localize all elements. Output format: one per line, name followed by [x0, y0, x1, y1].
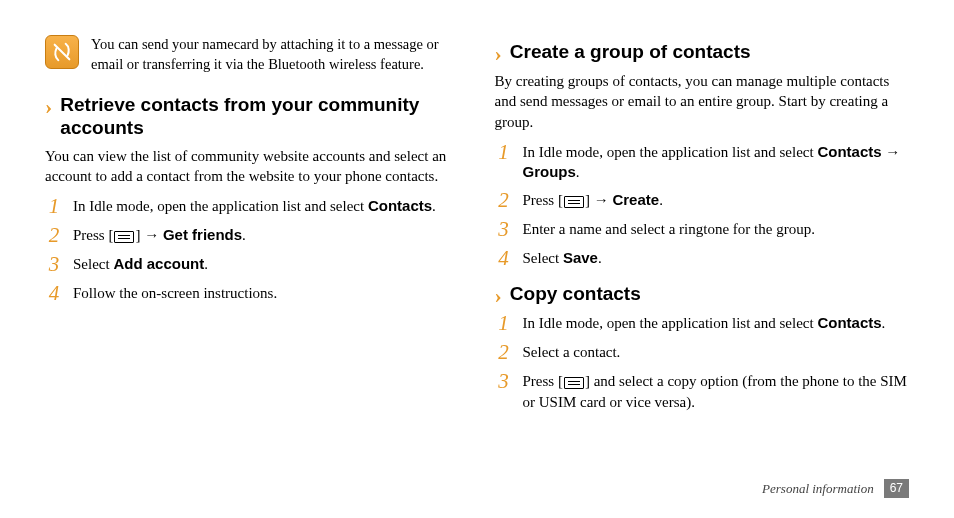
heading-text: Retrieve contacts from your community ac…: [60, 94, 459, 140]
section-desc-create-group: By creating groups of contacts, you can …: [495, 71, 910, 132]
step-item: 3Select Add account.: [45, 254, 460, 275]
step-body: In Idle mode, open the application list …: [73, 196, 436, 216]
footer-page-number: 67: [884, 479, 909, 498]
step-body: Select Add account.: [73, 254, 208, 274]
step-body: In Idle mode, open the application list …: [523, 313, 886, 333]
heading-text: Create a group of contacts: [510, 41, 751, 64]
step-number: 2: [495, 190, 513, 211]
bold-text: Get friends: [163, 226, 242, 243]
step-item: 1In Idle mode, open the application list…: [45, 196, 460, 217]
step-number: 2: [45, 225, 63, 246]
left-column: You can send your namecard by attaching …: [45, 35, 460, 498]
section-heading-retrieve: › Retrieve contacts from your community …: [45, 94, 460, 140]
step-item: 2Select a contact.: [495, 342, 910, 363]
chevron-icon: ›: [495, 285, 502, 307]
step-item: 1In Idle mode, open the application list…: [495, 142, 910, 183]
steps-retrieve: 1In Idle mode, open the application list…: [45, 196, 460, 304]
bold-text: Add account: [113, 255, 204, 272]
chevron-icon: ›: [495, 43, 502, 65]
step-body: Press [] and select a copy option (from …: [523, 371, 910, 412]
step-body: Enter a name and select a ringtone for t…: [523, 219, 815, 239]
steps-copy: 1In Idle mode, open the application list…: [495, 313, 910, 412]
step-body: Press [] → Get friends.: [73, 225, 246, 245]
step-number: 4: [45, 283, 63, 304]
step-item: 2Press [] → Get friends.: [45, 225, 460, 246]
step-body: Select Save.: [523, 248, 602, 268]
bold-text: Contacts: [817, 143, 881, 160]
step-item: 3Enter a name and select a ringtone for …: [495, 219, 910, 240]
section-heading-copy: › Copy contacts: [495, 283, 910, 307]
right-column: › Create a group of contacts By creating…: [495, 35, 910, 498]
step-item: 4Follow the on-screen instructions.: [45, 283, 460, 304]
note-text: You can send your namecard by attaching …: [91, 35, 460, 74]
footer-section: Personal information: [762, 480, 874, 498]
step-number: 1: [495, 142, 513, 163]
step-number: 3: [45, 254, 63, 275]
step-item: 2Press [] → Create.: [495, 190, 910, 211]
heading-text: Copy contacts: [510, 283, 641, 306]
step-number: 3: [495, 219, 513, 240]
step-item: 1In Idle mode, open the application list…: [495, 313, 910, 334]
step-number: 2: [495, 342, 513, 363]
step-item: 3Press [] and select a copy option (from…: [495, 371, 910, 412]
menu-key-icon: [564, 377, 584, 389]
step-number: 1: [495, 313, 513, 334]
menu-key-icon: [114, 231, 134, 243]
step-number: 1: [45, 196, 63, 217]
chevron-icon: ›: [45, 96, 52, 118]
bold-text: Contacts: [368, 197, 432, 214]
bold-text: Create: [612, 191, 659, 208]
step-body: In Idle mode, open the application list …: [523, 142, 910, 183]
step-body: Select a contact.: [523, 342, 621, 362]
note-box: You can send your namecard by attaching …: [45, 35, 460, 74]
bold-text: Contacts: [817, 314, 881, 331]
step-number: 3: [495, 371, 513, 392]
bold-text: Groups: [523, 163, 576, 180]
step-body: Follow the on-screen instructions.: [73, 283, 277, 303]
menu-key-icon: [564, 196, 584, 208]
section-heading-create-group: › Create a group of contacts: [495, 41, 910, 65]
step-number: 4: [495, 248, 513, 269]
step-item: 4Select Save.: [495, 248, 910, 269]
page-footer: Personal information 67: [762, 479, 909, 498]
step-body: Press [] → Create.: [523, 190, 663, 210]
note-icon: [45, 35, 79, 69]
section-desc-retrieve: You can view the list of community websi…: [45, 146, 460, 187]
steps-create-group: 1In Idle mode, open the application list…: [495, 142, 910, 270]
bold-text: Save: [563, 249, 598, 266]
